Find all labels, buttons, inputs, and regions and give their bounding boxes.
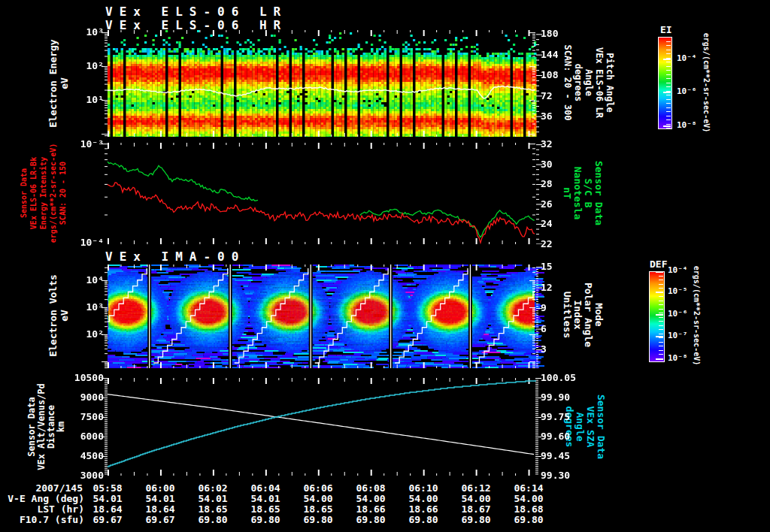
- axis-label-line: Pitch Angle: [605, 44, 615, 120]
- colorbar-ei-unit: ergs/(cm**2-sr-sec-eV): [702, 33, 711, 132]
- table-cell-value: 54.01: [243, 494, 288, 504]
- colorbar-major-tick: [663, 59, 671, 60]
- panel2-right-tick: 30: [541, 159, 553, 170]
- table-cell-value: 18.66: [348, 504, 393, 515]
- panel1-right-tick: 36: [541, 111, 553, 122]
- colorbar-minor-tick: [659, 276, 663, 277]
- colorbar-def-tick: 10⁻⁴: [668, 265, 688, 276]
- table-cell-value: 54.01: [85, 494, 130, 504]
- axis-label-line: Unitless: [562, 283, 572, 347]
- panel2-left-tick: 10⁻³: [48, 139, 104, 150]
- colorbar-ei-title: EI: [660, 24, 672, 35]
- time-axis-label: 06:14: [506, 483, 551, 494]
- colorbar-def-tick: 10⁻⁶: [668, 309, 688, 319]
- table-cell-value: 18.65: [243, 504, 288, 515]
- colorbar-minor-tick: [659, 329, 663, 330]
- table-cell-value: 54.01: [138, 494, 183, 504]
- panel4-right-axis-label: Sensor Data VEx SZA Angle degrees: [564, 394, 606, 459]
- colorbar-minor-tick: [659, 296, 663, 297]
- table-cell-value: 69.80: [401, 515, 446, 525]
- colorbar-minor-tick: [666, 107, 671, 108]
- axis-label-line: Mode: [593, 283, 604, 347]
- table-cell-value: 18.64: [138, 504, 183, 515]
- axis-label-line: nT: [562, 161, 572, 225]
- colorbar-major-tick: [663, 125, 671, 127]
- ima-spectrogram-panel: [99, 264, 544, 368]
- table-row-label: LST (hr): [0, 504, 84, 515]
- colorbar-minor-tick: [666, 70, 671, 71]
- colorbar-def-unit: ergs/(cm**2-sr-sec-eV): [693, 266, 701, 365]
- panel1-title-line1: VEx ELS-06 LR: [105, 5, 287, 19]
- time-axis-label: 06:00: [138, 483, 183, 494]
- colorbar-minor-tick: [659, 334, 663, 334]
- panel2-left-tick: 10⁻⁴: [48, 237, 104, 248]
- panel3-right-tick: 6: [541, 324, 547, 334]
- colorbar-minor-tick: [666, 45, 671, 46]
- colorbar-minor-tick: [659, 309, 663, 310]
- colorbar-minor-tick: [666, 83, 671, 83]
- table-cell-value: 54.00: [296, 494, 341, 504]
- colorbar-ei-tick: 10⁻⁶: [677, 86, 697, 97]
- colorbar-minor-tick: [659, 288, 663, 289]
- panel1-right-tick: 72: [541, 91, 553, 101]
- colorbar-def-tick: 10⁻⁷: [668, 331, 688, 341]
- table-cell-value: 54.00: [453, 494, 499, 504]
- axis-label-line: eV: [59, 39, 70, 127]
- colorbar-def-title: DEF: [650, 258, 667, 270]
- colorbar-minor-tick: [666, 53, 671, 54]
- panel3-left-axis-label: Electron Volts eV: [47, 274, 70, 357]
- table-cell-value: 18.65: [296, 504, 341, 515]
- colorbar-minor-tick: [659, 350, 663, 351]
- axis-label-line: Angle: [574, 394, 585, 459]
- panel4-right-tick: 99.90: [541, 392, 570, 403]
- panel2-right-tick: 24: [541, 219, 553, 229]
- table-row-label: V-E Ang (deg): [0, 494, 84, 504]
- axis-label-line: Angle: [584, 44, 594, 120]
- colorbar-minor-tick: [659, 313, 663, 313]
- time-axis-label: 06:02: [190, 483, 235, 494]
- axis-label-line: Nanotesla: [572, 161, 583, 225]
- panel3-right-tick: 9: [541, 303, 547, 313]
- panel4-right-tick: 99.45: [541, 451, 570, 461]
- colorbar-minor-tick: [659, 325, 663, 326]
- colorbar-minor-tick: [666, 116, 671, 116]
- panel1-right-tick: 180: [541, 29, 558, 39]
- panel3-right-tick: 3: [541, 344, 547, 355]
- colorbar-minor-tick: [659, 321, 663, 322]
- panel4-left-tick: 7500: [48, 412, 104, 422]
- table-cell-value: 18.64: [85, 504, 130, 515]
- panel3-right-tick: 12: [541, 283, 553, 293]
- colorbar-minor-tick: [659, 301, 663, 301]
- date-label: 2007/145: [0, 483, 83, 494]
- table-cell-value: 69.67: [138, 515, 183, 525]
- table-cell-value: 18.66: [401, 504, 446, 515]
- panel2-right-axis-label: Sensor Data S/C B Nanotesla nT: [562, 161, 604, 225]
- colorbar-major-tick: [656, 336, 663, 337]
- table-cell-value: 54.00: [401, 494, 446, 504]
- colorbar-minor-tick: [659, 284, 663, 285]
- colorbar-minor-tick: [659, 280, 663, 280]
- table-cell-value: 18.67: [453, 504, 499, 515]
- colorbar-minor-tick: [666, 66, 671, 67]
- axis-label-line: VEx SZA: [585, 394, 596, 459]
- panel2-right-tick: 28: [541, 179, 553, 189]
- table-row-label: F10.7 (sfu): [0, 515, 84, 525]
- colorbar-minor-tick: [666, 103, 671, 104]
- colorbar-ei-tick: 10⁻⁸: [677, 120, 697, 131]
- panel4-left-tick: 10500: [48, 373, 104, 383]
- panel3-left-tick: 10⁴: [48, 275, 104, 286]
- axis-label-line: Sensor Data: [19, 144, 29, 243]
- panel4-left-tick: 3000: [48, 470, 104, 481]
- panel1-right-tick: 144: [541, 50, 558, 60]
- axis-label-line: Polar Angle: [583, 283, 593, 347]
- colorbar-minor-tick: [659, 317, 663, 318]
- panel1-left-tick: 10³: [48, 27, 104, 38]
- panel3-title: VEx IMA-00: [105, 249, 245, 264]
- panel4-right-tick: 100.05: [541, 373, 576, 383]
- time-axis-label: 06:04: [243, 483, 288, 494]
- panel1-left-tick: 10²: [48, 61, 104, 71]
- axis-label-line: Electron Volts: [47, 274, 59, 357]
- table-cell-value: 69.80: [506, 515, 551, 525]
- colorbar-minor-tick: [659, 346, 663, 346]
- panel4-left-tick: 6000: [48, 431, 104, 442]
